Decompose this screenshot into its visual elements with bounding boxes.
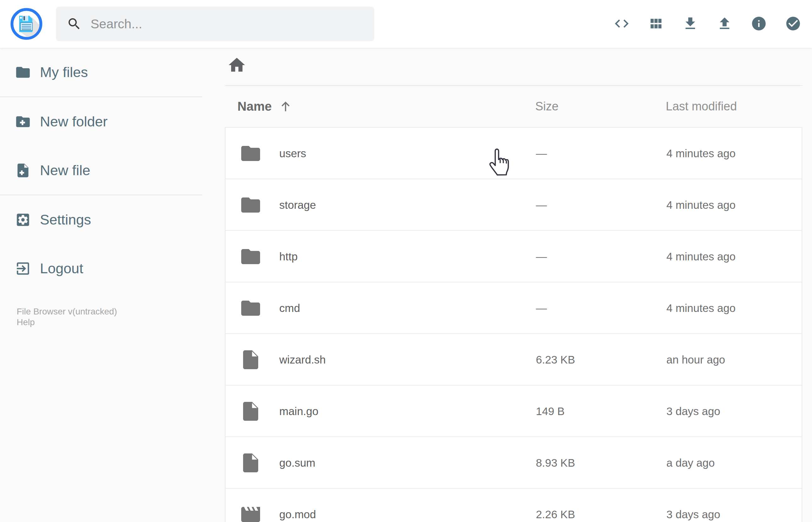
- file-size: 6.23 KB: [536, 334, 575, 385]
- file-modified: a day ago: [666, 437, 715, 489]
- file-size: —: [536, 179, 547, 231]
- file-size: —: [536, 231, 547, 282]
- topbar: [0, 0, 812, 48]
- file-row-go-mod[interactable]: go.mod 2.26 KB 3 days ago: [225, 489, 801, 522]
- info-button[interactable]: [751, 15, 767, 32]
- sidebar-item-logout[interactable]: Logout: [0, 244, 202, 293]
- file-modified: 4 minutes ago: [666, 179, 736, 231]
- sidebar-item-label: New file: [40, 162, 90, 179]
- help-link[interactable]: Help: [17, 317, 35, 328]
- file-name: users: [279, 128, 306, 179]
- upload-icon: [716, 15, 733, 32]
- folder-icon: [239, 142, 262, 165]
- home-icon: [227, 55, 247, 75]
- file-name: cmd: [279, 282, 300, 334]
- file-modified: 3 days ago: [666, 489, 720, 522]
- file-size: —: [536, 128, 547, 179]
- sidebar-item-label: New folder: [40, 114, 107, 130]
- switch-view-button[interactable]: [648, 15, 664, 32]
- file-name: storage: [279, 179, 316, 231]
- movie-file-icon: [239, 503, 262, 522]
- search-input[interactable]: [90, 17, 355, 32]
- file-modified: 4 minutes ago: [666, 231, 736, 282]
- file-name: wizard.sh: [279, 334, 326, 385]
- file-row-wizard-sh[interactable]: wizard.sh 6.23 KB an hour ago: [225, 334, 801, 385]
- folder-icon: [239, 297, 262, 320]
- file-modified: 3 days ago: [666, 385, 720, 437]
- sidebar-footer: File Browser v(untracked) Help: [17, 306, 117, 328]
- check-circle-icon: [785, 15, 801, 32]
- listing-header: Name Size Last modified: [225, 86, 802, 127]
- file-size: 8.93 KB: [536, 437, 575, 489]
- file-row-main-go[interactable]: main.go 149 B 3 days ago: [225, 385, 801, 437]
- grid-view-icon: [648, 15, 664, 32]
- sidebar-item-settings[interactable]: Settings: [0, 195, 202, 244]
- app-version-text: File Browser v(untracked): [17, 306, 117, 317]
- column-header-name[interactable]: Name: [238, 86, 292, 127]
- code-brackets-icon: [613, 15, 630, 32]
- file-row-cmd[interactable]: cmd — 4 minutes ago: [225, 282, 801, 334]
- file-size: —: [536, 282, 547, 334]
- file-row-users[interactable]: users — 4 minutes ago: [225, 128, 801, 179]
- raw-view-button[interactable]: [613, 15, 630, 32]
- file-browser-app: My files New folder New file: [0, 0, 812, 522]
- file-row-go-sum[interactable]: go.sum 8.93 KB a day ago: [225, 437, 801, 489]
- sidebar-item-label: Settings: [40, 212, 91, 228]
- search-icon: [67, 16, 82, 32]
- file-name: http: [279, 231, 298, 282]
- file-modified: 4 minutes ago: [666, 282, 736, 334]
- settings-icon: [15, 212, 31, 228]
- logout-icon: [15, 260, 31, 277]
- sidebar-item-new-folder[interactable]: New folder: [0, 97, 202, 146]
- file-name: go.sum: [279, 437, 316, 489]
- upload-button[interactable]: [716, 15, 733, 32]
- folder-icon: [239, 194, 262, 216]
- new-file-icon: [15, 162, 31, 179]
- download-icon: [682, 15, 698, 32]
- file-modified: an hour ago: [666, 334, 725, 385]
- info-icon: [751, 15, 767, 32]
- file-size: 149 B: [536, 385, 565, 437]
- file-modified: 4 minutes ago: [666, 128, 736, 179]
- select-multiple-button[interactable]: [785, 15, 801, 32]
- file-icon: [239, 348, 262, 371]
- folder-icon: [15, 64, 31, 80]
- file-icon: [239, 400, 262, 423]
- column-header-last-modified[interactable]: Last modified: [666, 86, 737, 127]
- file-icon: [239, 451, 262, 474]
- sidebar-item-label: Logout: [40, 260, 83, 277]
- app-logo-floppy-icon[interactable]: [10, 7, 43, 40]
- file-row-http[interactable]: http — 4 minutes ago: [225, 231, 801, 282]
- sidebar-item-label: My files: [40, 64, 88, 80]
- file-name: main.go: [279, 385, 319, 437]
- download-button[interactable]: [682, 15, 698, 32]
- breadcrumb-home-button[interactable]: [227, 55, 247, 75]
- file-row-storage[interactable]: storage — 4 minutes ago: [225, 179, 801, 231]
- file-list: users — 4 minutes ago storage — 4 minute…: [225, 127, 802, 522]
- new-folder-icon: [15, 114, 31, 130]
- sidebar-item-my-files[interactable]: My files: [0, 48, 202, 97]
- sidebar: My files New folder New file: [0, 48, 202, 293]
- sort-ascending-icon: [279, 100, 292, 114]
- file-name: go.mod: [279, 489, 316, 522]
- sidebar-item-new-file[interactable]: New file: [0, 146, 202, 195]
- folder-icon: [239, 245, 262, 268]
- search-bar[interactable]: [56, 6, 374, 41]
- column-header-size[interactable]: Size: [535, 86, 559, 127]
- file-size: 2.26 KB: [536, 489, 575, 522]
